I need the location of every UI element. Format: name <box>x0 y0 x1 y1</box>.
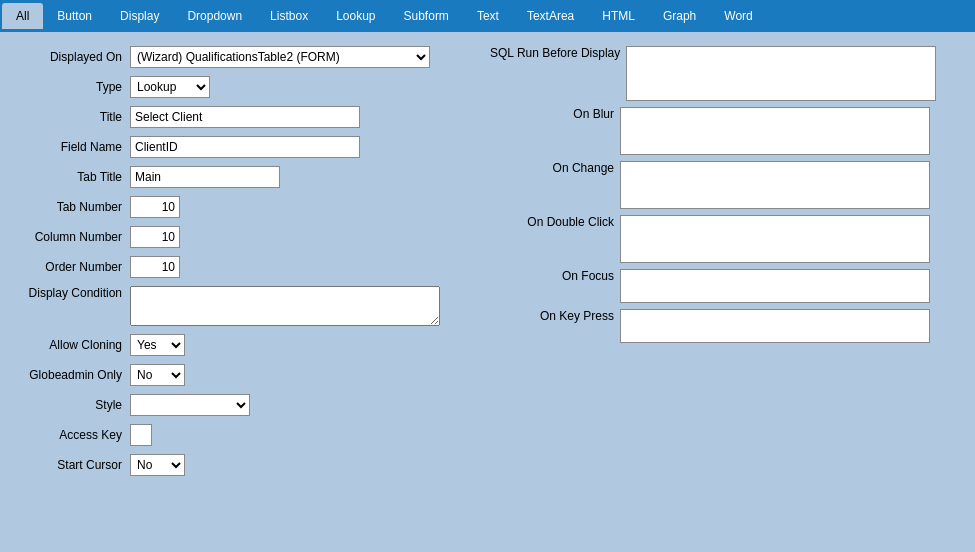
displayed-on-select[interactable]: (Wizard) QualificationsTable2 (FORM) <box>130 46 430 68</box>
allow-cloning-label: Allow Cloning <box>10 338 130 352</box>
tab-word[interactable]: Word <box>710 3 766 29</box>
field-name-row: Field Name <box>10 136 470 158</box>
column-number-label: Column Number <box>10 230 130 244</box>
allow-cloning-row: Allow Cloning Yes No <box>10 334 470 356</box>
left-panel: Displayed On (Wizard) QualificationsTabl… <box>0 42 480 542</box>
type-row: Type Lookup Button Display Dropdown List… <box>10 76 470 98</box>
display-condition-row: Display Condition <box>10 286 470 326</box>
tab-all[interactable]: All <box>2 3 43 29</box>
displayed-on-row: Displayed On (Wizard) QualificationsTabl… <box>10 46 470 68</box>
on-double-click-row: On Double Click <box>490 215 965 263</box>
order-number-input[interactable] <box>130 256 180 278</box>
tab-html[interactable]: HTML <box>588 3 649 29</box>
tab-graph[interactable]: Graph <box>649 3 710 29</box>
title-row: Title <box>10 106 470 128</box>
access-key-input[interactable] <box>130 424 152 446</box>
display-condition-label: Display Condition <box>10 286 130 300</box>
on-blur-label: On Blur <box>490 107 620 121</box>
main-content: Displayed On (Wizard) QualificationsTabl… <box>0 32 975 552</box>
globeadmin-only-label: Globeadmin Only <box>10 368 130 382</box>
start-cursor-row: Start Cursor No Yes <box>10 454 470 476</box>
field-name-label: Field Name <box>10 140 130 154</box>
tab-title-row: Tab Title <box>10 166 470 188</box>
column-number-row: Column Number <box>10 226 470 248</box>
start-cursor-select[interactable]: No Yes <box>130 454 185 476</box>
tab-listbox[interactable]: Listbox <box>256 3 322 29</box>
tab-button[interactable]: Button <box>43 3 106 29</box>
sql-run-before-display-textarea[interactable] <box>626 46 936 101</box>
sql-run-before-display-label: SQL Run Before Display <box>490 46 626 60</box>
access-key-label: Access Key <box>10 428 130 442</box>
right-panel: SQL Run Before Display On Blur On Change… <box>480 42 975 542</box>
title-label: Title <box>10 110 130 124</box>
on-key-press-label: On Key Press <box>490 309 620 323</box>
tab-display[interactable]: Display <box>106 3 173 29</box>
on-key-press-textarea[interactable] <box>620 309 930 343</box>
style-label: Style <box>10 398 130 412</box>
style-select[interactable] <box>130 394 250 416</box>
tab-dropdown[interactable]: Dropdown <box>173 3 256 29</box>
on-change-row: On Change <box>490 161 965 209</box>
on-change-textarea[interactable] <box>620 161 930 209</box>
sql-run-before-display-row: SQL Run Before Display <box>490 46 965 101</box>
on-blur-row: On Blur <box>490 107 965 155</box>
tab-title-label: Tab Title <box>10 170 130 184</box>
column-number-input[interactable] <box>130 226 180 248</box>
tab-textarea[interactable]: TextArea <box>513 3 588 29</box>
start-cursor-label: Start Cursor <box>10 458 130 472</box>
on-blur-textarea[interactable] <box>620 107 930 155</box>
on-focus-textarea[interactable] <box>620 269 930 303</box>
globeadmin-only-row: Globeadmin Only No Yes <box>10 364 470 386</box>
on-double-click-textarea[interactable] <box>620 215 930 263</box>
type-select[interactable]: Lookup Button Display Dropdown Listbox S… <box>130 76 210 98</box>
style-row: Style <box>10 394 470 416</box>
displayed-on-label: Displayed On <box>10 50 130 64</box>
title-input[interactable] <box>130 106 360 128</box>
tab-lookup[interactable]: Lookup <box>322 3 389 29</box>
order-number-label: Order Number <box>10 260 130 274</box>
access-key-row: Access Key <box>10 424 470 446</box>
tab-text[interactable]: Text <box>463 3 513 29</box>
tab-number-label: Tab Number <box>10 200 130 214</box>
tab-title-input[interactable] <box>130 166 280 188</box>
tab-subform[interactable]: Subform <box>390 3 463 29</box>
on-key-press-row: On Key Press <box>490 309 965 343</box>
on-focus-row: On Focus <box>490 269 965 303</box>
tab-number-row: Tab Number <box>10 196 470 218</box>
on-double-click-label: On Double Click <box>490 215 620 229</box>
allow-cloning-select[interactable]: Yes No <box>130 334 185 356</box>
order-number-row: Order Number <box>10 256 470 278</box>
type-label: Type <box>10 80 130 94</box>
tab-bar: All Button Display Dropdown Listbox Look… <box>0 0 975 32</box>
field-name-input[interactable] <box>130 136 360 158</box>
display-condition-input[interactable] <box>130 286 440 326</box>
tab-number-input[interactable] <box>130 196 180 218</box>
globeadmin-only-select[interactable]: No Yes <box>130 364 185 386</box>
on-change-label: On Change <box>490 161 620 175</box>
on-focus-label: On Focus <box>490 269 620 283</box>
